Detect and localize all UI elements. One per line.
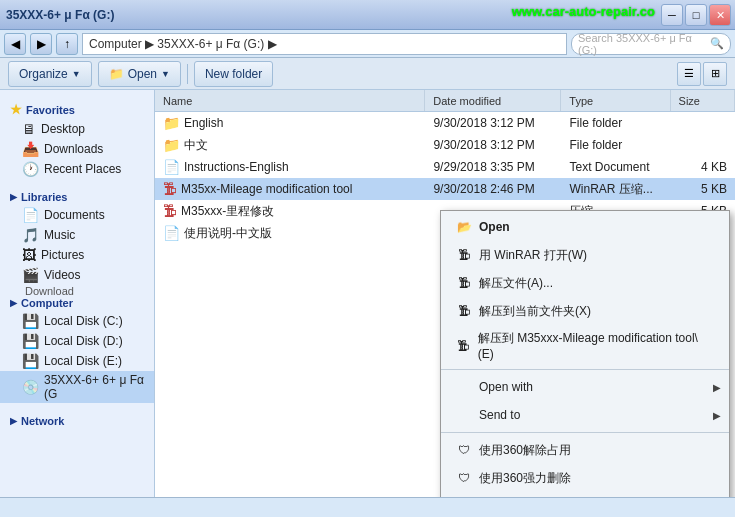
cm-item-extract-here[interactable]: 🗜 解压到当前文件夹(X) xyxy=(441,297,729,325)
network-chevron: ▶ xyxy=(10,416,17,426)
sidebar-local-e-label: Local Disk (E:) xyxy=(44,354,122,368)
file-size-instructions: 4 KB xyxy=(671,160,735,174)
sidebar-sep-1 xyxy=(0,179,154,187)
cm-extract-here-icon: 🗜 xyxy=(455,302,473,320)
folder-icon: 📁 xyxy=(109,67,124,81)
folder-icon-chinese: 📁 xyxy=(163,137,180,153)
sidebar-item-videos[interactable]: 🎬 Videos xyxy=(0,265,154,285)
maximize-button[interactable]: □ xyxy=(685,4,707,26)
up-button[interactable]: ↑ xyxy=(56,33,78,55)
file-row-english[interactable]: 📁 English 9/30/2018 3:12 PM File folder xyxy=(155,112,735,134)
column-size-header[interactable]: Size xyxy=(671,90,735,111)
favorites-label: Favorites xyxy=(26,104,75,116)
sidebar-item-local-d[interactable]: 💾 Local Disk (D:) xyxy=(0,331,154,351)
sidebar-item-desktop[interactable]: 🖥 Desktop xyxy=(0,119,154,139)
open-button[interactable]: 📁 Open ▼ xyxy=(98,61,181,87)
libraries-label: Libraries xyxy=(21,191,67,203)
sidebar-item-drive-g[interactable]: 💿 35XXX-6+ 6+ μ Fα (G xyxy=(0,371,154,403)
libraries-chevron: ▶ xyxy=(10,192,17,202)
title-bar-buttons: ─ □ ✕ xyxy=(661,4,731,26)
close-button[interactable]: ✕ xyxy=(709,4,731,26)
search-icon: 🔍 xyxy=(710,37,724,50)
documents-icon: 📄 xyxy=(22,207,39,223)
cm-winrar-open-label: 用 WinRAR 打开(W) xyxy=(479,247,587,264)
file-date-chinese: 9/30/2018 3:12 PM xyxy=(425,138,561,152)
view-icons-button[interactable]: ⊞ xyxy=(703,62,727,86)
file-name-instructions: 📄 Instructions-English xyxy=(155,159,425,175)
minimize-button[interactable]: ─ xyxy=(661,4,683,26)
toolbar: Organize ▼ 📁 Open ▼ New folder ☰ ⊞ xyxy=(0,58,735,90)
file-row-instructions[interactable]: 📄 Instructions-English 9/29/2018 3:35 PM… xyxy=(155,156,735,178)
cm-item-winrar-open[interactable]: 🗜 用 WinRAR 打开(W) xyxy=(441,241,729,269)
drive-g-icon: 💿 xyxy=(22,379,39,395)
view-details-button[interactable]: ☰ xyxy=(677,62,701,86)
favorites-section[interactable]: ★ Favorites xyxy=(0,98,154,119)
cm-extract-a-icon: 🗜 xyxy=(455,274,473,292)
file-row-chinese[interactable]: 📁 中文 9/30/2018 3:12 PM File folder xyxy=(155,134,735,156)
desktop-icon: 🖥 xyxy=(22,121,36,137)
organize-label: Organize xyxy=(19,67,68,81)
cm-item-360-release[interactable]: 🛡 使用360解除占用 xyxy=(441,436,729,464)
organize-button[interactable]: Organize ▼ xyxy=(8,61,92,87)
file-name-chinese: 📁 中文 xyxy=(155,137,425,154)
cm-360-delete-label: 使用360强力删除 xyxy=(479,470,571,487)
cm-item-send-to[interactable]: Send to ▶ xyxy=(441,401,729,429)
cm-extract-to-label: 解压到 M35xxx-Mileage modification tool\(E) xyxy=(478,330,699,361)
status-bar xyxy=(0,497,735,517)
cm-item-360-delete[interactable]: 🛡 使用360强力删除 xyxy=(441,464,729,492)
recent-icon: 🕐 xyxy=(22,161,39,177)
column-date-header[interactable]: Date modified xyxy=(425,90,561,111)
open-arrow: ▼ xyxy=(161,69,170,79)
sidebar-item-music[interactable]: 🎵 Music xyxy=(0,225,154,245)
cm-sep-1 xyxy=(441,369,729,370)
file-name-m35xx: 🗜 M35xx-Mileage modification tool xyxy=(155,181,425,197)
cm-extract-to-icon: 🗜 xyxy=(455,337,472,355)
cm-360-release-label: 使用360解除占用 xyxy=(479,442,571,459)
rar-icon-m35xxx: 🗜 xyxy=(163,203,177,219)
txt-icon-manual: 📄 xyxy=(163,225,180,241)
organize-arrow: ▼ xyxy=(72,69,81,79)
forward-button[interactable]: ▶ xyxy=(30,33,52,55)
rar-icon-m35xx: 🗜 xyxy=(163,181,177,197)
new-folder-button[interactable]: New folder xyxy=(194,61,273,87)
file-name-manual: 📄 使用说明-中文版 xyxy=(155,225,425,242)
star-icon: ★ xyxy=(10,102,22,117)
search-placeholder: Search 35XXX-6+ μ Fα (G:) xyxy=(578,32,710,56)
cm-item-extract-a[interactable]: 🗜 解压文件(A)... xyxy=(441,269,729,297)
cm-send-to-label: Send to xyxy=(479,408,520,422)
cm-send-to-icon xyxy=(455,406,473,424)
cm-extract-a-label: 解压文件(A)... xyxy=(479,275,553,292)
libraries-section[interactable]: ▶ Libraries xyxy=(0,187,154,205)
address-path[interactable]: Computer ▶ 35XXX-6+ μ Fα (G:) ▶ xyxy=(82,33,567,55)
sidebar-item-downloads[interactable]: 📥 Downloads xyxy=(0,139,154,159)
file-row-m35xx[interactable]: 🗜 M35xx-Mileage modification tool 9/30/2… xyxy=(155,178,735,200)
sidebar-local-d-label: Local Disk (D:) xyxy=(44,334,123,348)
sidebar-item-recent-places[interactable]: 🕐 Recent Places xyxy=(0,159,154,179)
cm-open-with-arrow: ▶ xyxy=(713,382,721,393)
cm-item-open-with[interactable]: Open with ▶ xyxy=(441,373,729,401)
sidebar-sep-2 xyxy=(0,285,154,293)
sidebar-music-label: Music xyxy=(44,228,75,242)
cm-open-label: Open xyxy=(479,220,510,234)
sidebar-videos-label: Videos xyxy=(44,268,80,282)
view-buttons: ☰ ⊞ xyxy=(677,62,727,86)
videos-icon: 🎬 xyxy=(22,267,39,283)
column-name-header[interactable]: Name xyxy=(155,90,425,111)
main-content: ★ Favorites 🖥 Desktop 📥 Downloads 🕐 Rece… xyxy=(0,90,735,497)
address-bar: ◀ ▶ ↑ Computer ▶ 35XXX-6+ μ Fα (G:) ▶ Se… xyxy=(0,30,735,58)
network-section[interactable]: ▶ Network xyxy=(0,411,154,429)
sidebar-item-documents[interactable]: 📄 Documents xyxy=(0,205,154,225)
title-bar-text: 35XXX-6+ μ Fα (G:) xyxy=(6,8,114,22)
sidebar-item-local-e[interactable]: 💾 Local Disk (E:) xyxy=(0,351,154,371)
cm-item-extract-to[interactable]: 🗜 解压到 M35xxx-Mileage modification tool\(… xyxy=(441,325,729,366)
search-box[interactable]: Search 35XXX-6+ μ Fα (G:) 🔍 xyxy=(571,33,731,55)
cm-item-360-scan[interactable]: 🌐 使用360运行木马云查杀 xyxy=(441,492,729,497)
cm-item-open[interactable]: 📂 Open xyxy=(441,213,729,241)
sidebar-item-pictures[interactable]: 🖼 Pictures xyxy=(0,245,154,265)
file-list-header: Name Date modified Type Size xyxy=(155,90,735,112)
file-date-english: 9/30/2018 3:12 PM xyxy=(425,116,561,130)
computer-section[interactable]: ▶ Computer xyxy=(0,293,154,311)
column-type-header[interactable]: Type xyxy=(561,90,670,111)
sidebar-item-local-c[interactable]: 💾 Local Disk (C:) xyxy=(0,311,154,331)
back-button[interactable]: ◀ xyxy=(4,33,26,55)
